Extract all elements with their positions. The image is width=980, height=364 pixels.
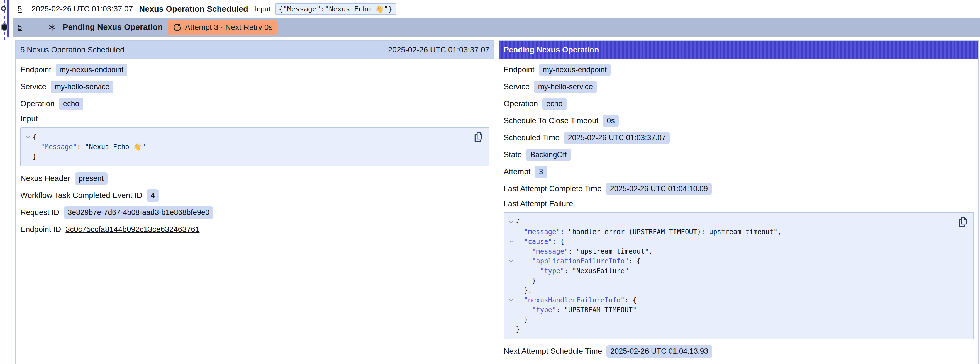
field-value-chip: my-hello-service xyxy=(51,81,113,93)
timeline-open-circle-icon xyxy=(1,6,6,11)
field-label: Next Attempt Schedule Time xyxy=(504,347,602,356)
field-endpoint: Endpoint my-nexus-endpoint xyxy=(504,63,974,76)
pending-row-id-link[interactable]: 5 xyxy=(18,23,27,32)
code-text: { xyxy=(516,218,520,226)
field-label: Service xyxy=(504,82,530,91)
code-line: "message": "upstream timeout", xyxy=(506,246,954,256)
field-label: Schedule To Close Timeout xyxy=(504,116,598,125)
field-value-chip: present xyxy=(75,172,108,185)
field-label: Operation xyxy=(20,99,55,108)
code-line: } xyxy=(506,276,954,286)
field-value-chip: 0s xyxy=(603,115,619,127)
code-line: "type": "NexusFailure" xyxy=(506,266,954,276)
state-badge: BackingOff xyxy=(526,148,571,161)
field-label: Operation xyxy=(504,99,538,108)
field-value-chip: my-nexus-endpoint xyxy=(56,64,127,76)
timeline-filled-dot-icon xyxy=(2,24,7,30)
copy-icon xyxy=(473,132,484,143)
attempt-retry-badge: Attempt 3 · Next Retry 0s xyxy=(168,19,277,35)
json-code: { "message": "handler error (UPSTREAM_TI… xyxy=(506,217,954,334)
code-text: } xyxy=(516,326,520,333)
copy-button[interactable] xyxy=(956,216,969,228)
field-value-chip: 2025-02-26 UTC 01:04:10.09 xyxy=(606,182,712,195)
field-label: Endpoint xyxy=(20,65,51,74)
last-attempt-failure-label: Last Attempt Failure xyxy=(504,199,974,208)
event-input-label: Input xyxy=(255,5,270,13)
field-last-attempt-complete-time: Last Attempt Complete Time 2025-02-26 UT… xyxy=(504,182,974,195)
pending-row-title: Pending Nexus Operation xyxy=(63,22,163,32)
code-line: { xyxy=(506,217,954,227)
code-line: "applicationFailureInfo": { xyxy=(506,256,954,266)
json-code: { "Message": "Nexus Echo 👋"} xyxy=(23,132,469,161)
field-value-chip: 2025-02-26 UTC 01:04:13.93 xyxy=(606,345,712,358)
field-attempt: Attempt 3 xyxy=(504,165,974,178)
event-id-link[interactable]: 5 xyxy=(18,5,27,13)
code-text: "Message": "Nexus Echo 👋" xyxy=(33,143,146,151)
code-line: } xyxy=(506,315,954,324)
endpoint-id-link[interactable]: 3c0c75ccfa8144b092c13ce632463761 xyxy=(65,225,199,234)
field-service: Service my-hello-service xyxy=(20,80,490,93)
event-detail-panel-title: 5 Nexus Operation Scheduled xyxy=(20,45,124,54)
field-scheduled-time: Scheduled Time 2025-02-26 UTC 01:03:37.0… xyxy=(504,131,974,144)
code-line: "cause": { xyxy=(506,236,954,246)
field-operation: Operation echo xyxy=(504,97,974,110)
field-label: Scheduled Time xyxy=(504,133,560,142)
code-text: { xyxy=(33,133,37,141)
copy-button[interactable] xyxy=(472,131,484,143)
field-label: Attempt xyxy=(504,167,530,176)
field-value-chip: my-hello-service xyxy=(534,81,597,93)
timeline-active-bar xyxy=(7,0,9,37)
field-value-chip: echo xyxy=(59,97,83,110)
code-text: "applicationFailureInfo": { xyxy=(516,257,641,265)
pending-operation-panel-title: Pending Nexus Operation xyxy=(504,45,599,54)
pending-asterisk-icon xyxy=(47,22,57,32)
pending-operation-panel-header: Pending Nexus Operation xyxy=(499,41,978,59)
field-value-chip: my-nexus-endpoint xyxy=(539,64,611,76)
collapse-caret-icon[interactable] xyxy=(506,219,516,225)
field-label: State xyxy=(504,150,522,159)
field-label: Request ID xyxy=(20,208,59,217)
event-row-nexus-operation-scheduled[interactable]: 5 2025-02-26 UTC 01:03:37.07 Nexus Opera… xyxy=(13,0,980,18)
code-text: "type": "UPSTREAM_TIMEOUT" xyxy=(516,306,636,314)
field-label: Endpoint ID xyxy=(20,225,61,234)
copy-icon xyxy=(957,217,968,228)
field-service: Service my-hello-service xyxy=(504,80,974,93)
field-endpoint-id: Endpoint ID 3c0c75ccfa8144b092c13ce63246… xyxy=(20,223,490,236)
field-value-chip: 3 xyxy=(535,166,547,178)
field-label: Endpoint xyxy=(504,65,535,74)
field-value-chip: 3e829b7e-7d67-4b08-aad3-b1e868bfe9e0 xyxy=(64,206,213,219)
code-line: { xyxy=(23,132,469,142)
code-line: "nexusHandlerFailureInfo": { xyxy=(506,295,954,305)
code-text: "message": "handler error (UPSTREAM_TIME… xyxy=(516,228,782,236)
collapse-caret-icon[interactable] xyxy=(506,258,516,264)
collapse-caret-icon[interactable] xyxy=(506,239,516,245)
input-code-block: { "Message": "Nexus Echo 👋"} xyxy=(20,127,490,166)
code-line: "Message": "Nexus Echo 👋" xyxy=(23,142,469,152)
event-detail-panel-time: 2025-02-26 UTC 01:03:37.07 xyxy=(388,45,490,54)
field-value-chip: 4 xyxy=(147,189,159,202)
event-timestamp: 2025-02-26 UTC 01:03:37.07 xyxy=(32,5,133,13)
event-input-json-chip[interactable]: {"Message":"Nexus Echo 👋"} xyxy=(275,3,396,15)
field-value-chip: echo xyxy=(542,97,566,110)
event-detail-panel-header: 5 Nexus Operation Scheduled 2025-02-26 U… xyxy=(16,41,494,59)
code-line: } xyxy=(506,324,954,334)
code-line: "type": "UPSTREAM_TIMEOUT" xyxy=(506,305,954,315)
event-title: Nexus Operation Scheduled xyxy=(139,5,248,14)
event-detail-panel: 5 Nexus Operation Scheduled 2025-02-26 U… xyxy=(15,40,495,364)
retry-icon xyxy=(173,23,181,32)
code-line: }, xyxy=(506,286,954,295)
code-text: "type": "NexusFailure" xyxy=(516,267,629,275)
field-label: Last Attempt Complete Time xyxy=(504,184,602,193)
field-state: State BackingOff xyxy=(504,148,974,161)
field-request-id: Request ID 3e829b7e-7d67-4b08-aad3-b1e86… xyxy=(20,206,490,219)
code-text: "cause": { xyxy=(516,238,564,246)
pending-operation-panel: Pending Nexus Operation Endpoint my-nexu… xyxy=(499,40,979,364)
collapse-caret-icon[interactable] xyxy=(506,297,516,303)
code-text: } xyxy=(33,153,37,161)
failure-code-block: { "message": "handler error (UPSTREAM_TI… xyxy=(504,212,974,339)
collapse-caret-icon[interactable] xyxy=(23,134,33,140)
code-text: } xyxy=(516,316,528,324)
pending-nexus-operation-row[interactable]: 5 Pending Nexus Operation Attempt 3 · Ne… xyxy=(13,18,980,37)
attempt-badge-text: Attempt 3 · Next Retry 0s xyxy=(185,23,272,32)
field-operation: Operation echo xyxy=(20,97,490,110)
